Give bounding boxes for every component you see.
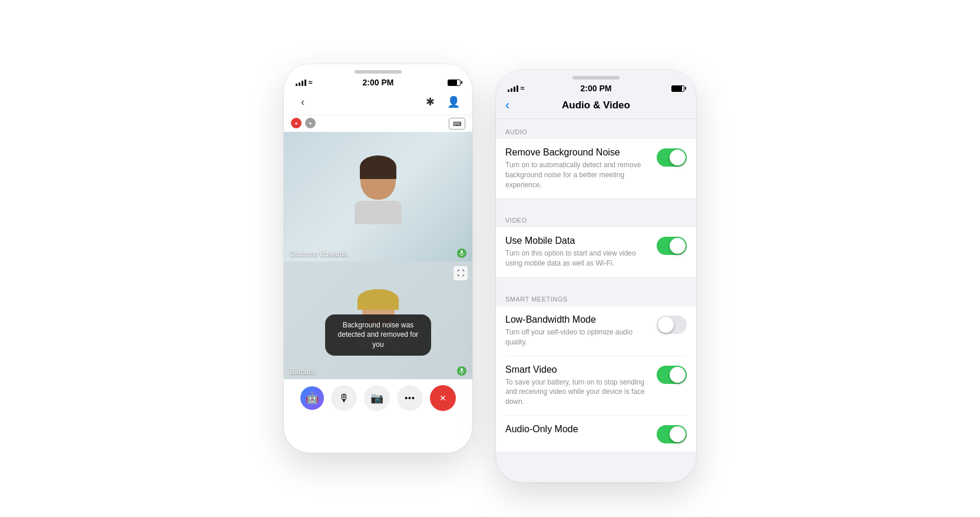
giacomo-mic-indicator — [457, 248, 466, 258]
noise-tooltip-text: Background noise was detected and remove… — [338, 321, 419, 349]
status2-left: ≈ — [508, 84, 525, 92]
giacomo-video-feed — [343, 150, 413, 244]
remove-bg-noise-toggle[interactable] — [657, 148, 687, 167]
caption-btn[interactable]: ⌨ — [449, 118, 465, 130]
barbara-name-label: Barbara — [290, 367, 315, 376]
recording-dot-red: ● — [291, 118, 302, 128]
settings-title: Audio & Video — [562, 100, 630, 111]
toggle-thumb-5 — [670, 426, 686, 442]
recording-bar: ● ● ⌨ — [284, 115, 472, 132]
nav-icons: ✱ 👤 — [421, 92, 463, 111]
section-label-audio: AUDIO — [496, 119, 696, 139]
use-mobile-data-toggle[interactable] — [657, 237, 687, 255]
status-bar-phone2: ≈ 2:00 PM — [496, 79, 696, 95]
participants-icon[interactable]: 👤 — [444, 92, 463, 111]
section-label-smart-meetings: SMART MEETINGS — [496, 286, 696, 306]
barbara-mic-indicator — [457, 366, 466, 376]
video-call-phone: ≈ 2:00 PM ‹ ✱ 👤 ● ● ⌨ — [284, 64, 472, 453]
back-button[interactable]: ‹ — [293, 92, 312, 111]
smart-video-title: Smart Video — [505, 364, 651, 375]
audio-only-mode-row: Audio-Only Mode — [505, 416, 687, 452]
low-bandwidth-title: Low-Bandwidth Mode — [505, 314, 651, 325]
giacomo-avatar — [352, 158, 405, 235]
remove-bg-noise-title: Remove Background Noise — [505, 147, 651, 158]
svg-rect-0 — [461, 250, 463, 254]
settings-back-button[interactable]: ‹ — [505, 98, 509, 113]
app-scene: ≈ 2:00 PM ‹ ✱ 👤 ● ● ⌨ — [284, 52, 696, 465]
use-mobile-data-text: Use Mobile Data Turn on this option to s… — [505, 236, 651, 269]
recording-dot-gray: ● — [305, 118, 316, 128]
giacomo-body — [355, 201, 402, 224]
signal-bar-3 — [302, 81, 303, 86]
signal-bar-2 — [299, 82, 300, 86]
settings-phone: ≈ 2:00 PM ‹ Audio & Video AUDIO Remove B… — [496, 70, 696, 482]
smart-video-text: Smart Video To save your battery, turn o… — [505, 364, 651, 407]
smart-video-desc: To save your battery, turn on to stop se… — [505, 377, 651, 407]
end-call-button[interactable]: ✕ — [430, 385, 456, 411]
settings-content: AUDIO Remove Background Noise Turn on to… — [496, 119, 696, 472]
status-bar-phone1: ≈ 2:00 PM — [284, 74, 472, 89]
battery-icon-2 — [671, 85, 684, 92]
giacomo-name-label: Giacomo Edwards — [290, 250, 347, 258]
toggle-thumb-3 — [658, 317, 674, 333]
signal-bar2-4 — [517, 85, 518, 92]
low-bandwidth-text: Low-Bandwidth Mode Turn off your self-vi… — [505, 314, 651, 347]
battery-fill-2 — [672, 86, 682, 91]
bluetooth-icon[interactable]: ✱ — [421, 92, 439, 111]
low-bandwidth-row: Low-Bandwidth Mode Turn off your self-vi… — [505, 306, 687, 356]
noise-tooltip: Background noise was detected and remove… — [325, 314, 431, 356]
signal-bar2-1 — [508, 90, 509, 92]
section-label-video: VIDEO — [496, 207, 696, 227]
use-mobile-data-row: Use Mobile Data Turn on this option to s… — [505, 227, 687, 277]
fullscreen-button[interactable]: ⛶ — [453, 266, 468, 280]
svg-rect-2 — [461, 368, 463, 372]
giacomo-hair — [360, 155, 396, 179]
low-bandwidth-desc: Turn off your self-video to optimize aud… — [505, 327, 651, 347]
mic-button[interactable]: 🎙 — [331, 385, 357, 411]
audio-only-title: Audio-Only Mode — [505, 424, 651, 435]
giacomo-head — [360, 158, 396, 200]
remove-bg-noise-text: Remove Background Noise Turn on to autom… — [505, 147, 651, 190]
status-left: ≈ — [296, 78, 313, 87]
smart-meetings-settings-card: Low-Bandwidth Mode Turn off your self-vi… — [496, 306, 696, 452]
call-control-bar: 🤖 🎙 📷 ••• ✕ — [284, 379, 472, 417]
signal-bar-1 — [296, 84, 297, 86]
video-panel-barbara: ⛶ Barbara Background noise was detected … — [284, 261, 472, 379]
audio-settings-card: Remove Background Noise Turn on to autom… — [496, 139, 696, 198]
call-nav-bar: ‹ ✱ 👤 — [284, 89, 472, 115]
video-panel-giacomo: Giacomo Edwards — [284, 132, 472, 261]
toggle-thumb-2 — [670, 238, 686, 254]
use-mobile-data-title: Use Mobile Data — [505, 236, 651, 246]
wifi-icon: ≈ — [309, 78, 313, 87]
signal-bars — [296, 79, 306, 86]
toggle-thumb — [670, 150, 686, 165]
wifi-icon-2: ≈ — [521, 84, 525, 92]
status-time-phone1: 2:00 PM — [363, 78, 394, 87]
video-button[interactable]: 📷 — [364, 385, 390, 411]
smart-video-row: Smart Video To save your battery, turn o… — [505, 356, 687, 416]
use-mobile-data-desc: Turn on this option to start and view vi… — [505, 248, 651, 269]
signal-bar-4 — [304, 79, 306, 86]
audio-only-toggle[interactable] — [657, 425, 687, 443]
status-time-phone2: 2:00 PM — [581, 84, 612, 93]
smart-video-toggle[interactable] — [657, 366, 687, 384]
remove-background-noise-row: Remove Background Noise Turn on to autom… — [505, 139, 687, 198]
settings-header: ‹ Audio & Video — [496, 95, 696, 119]
video-settings-card: Use Mobile Data Turn on this option to s… — [496, 227, 696, 277]
signal-bars-2 — [508, 85, 518, 92]
signal-bar2-3 — [514, 87, 515, 92]
battery-fill — [448, 80, 457, 85]
battery-icon — [448, 79, 461, 86]
signal-bar2-2 — [511, 88, 512, 92]
barbara-hair — [357, 289, 399, 310]
toggle-thumb-4 — [670, 367, 686, 383]
audio-only-text: Audio-Only Mode — [505, 424, 651, 437]
more-button[interactable]: ••• — [397, 385, 423, 411]
low-bandwidth-toggle[interactable] — [657, 316, 687, 334]
remove-bg-noise-desc: Turn on to automatically detect and remo… — [505, 160, 651, 190]
ai-button[interactable]: 🤖 — [300, 386, 324, 410]
